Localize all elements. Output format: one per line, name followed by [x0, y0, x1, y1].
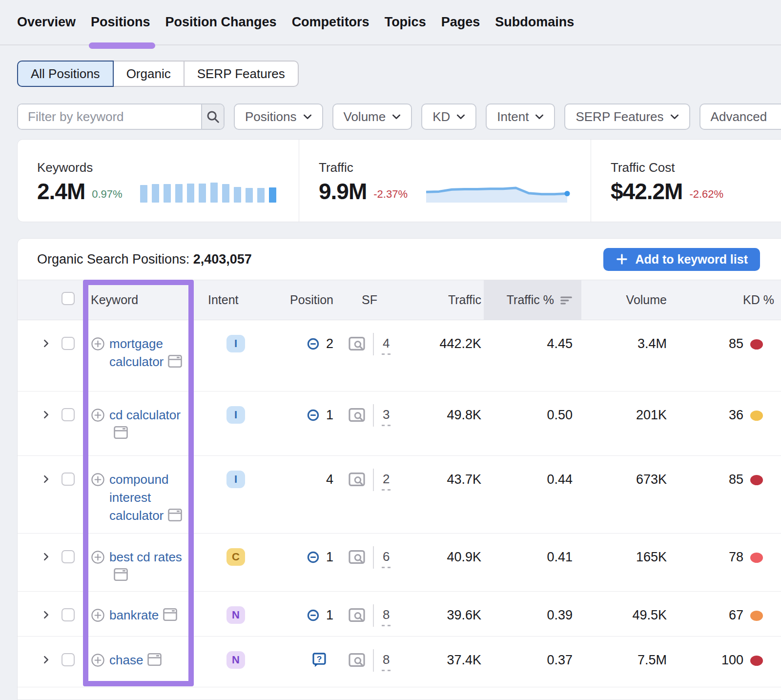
- add-to-keyword-list-button[interactable]: Add to keyword list: [603, 248, 760, 271]
- column-header-keyword[interactable]: Keyword: [83, 280, 196, 320]
- select-all-checkbox[interactable]: [62, 292, 75, 305]
- segment-organic[interactable]: Organic: [113, 61, 185, 87]
- filter-volume[interactable]: Volume: [332, 103, 412, 130]
- sparkline-bar: [246, 188, 253, 203]
- expand-row-chevron-icon[interactable]: [42, 656, 50, 664]
- kd-difficulty-dot: [750, 339, 763, 350]
- expand-row-chevron-icon[interactable]: [42, 475, 50, 483]
- kd-cell: 85: [669, 320, 781, 391]
- position-link-icon[interactable]: [307, 609, 320, 621]
- expand-row-chevron-icon[interactable]: [42, 611, 50, 619]
- serp-preview-icon[interactable]: [349, 608, 365, 622]
- add-keyword-plus-icon[interactable]: [91, 608, 105, 622]
- expand-row-chevron-icon[interactable]: [42, 411, 50, 419]
- intent-cell: I: [196, 391, 254, 456]
- column-header-sf[interactable]: SF: [337, 280, 391, 320]
- tab-competitors[interactable]: Competitors: [292, 0, 370, 45]
- row-checkbox[interactable]: [62, 408, 75, 421]
- column-header-position[interactable]: Position: [254, 280, 337, 320]
- expand-row-chevron-icon[interactable]: [42, 553, 50, 561]
- serp-snapshot-icon[interactable]: [168, 355, 182, 368]
- keyword-link[interactable]: best cd rates: [109, 550, 182, 564]
- intent-badge[interactable]: I: [226, 335, 245, 352]
- segment-serp-features[interactable]: SERP Features: [184, 61, 299, 87]
- tab-topics[interactable]: Topics: [385, 0, 426, 45]
- position-link-icon[interactable]: [307, 551, 320, 563]
- position-cell: ? 1: [254, 592, 337, 637]
- serp-preview-icon[interactable]: [349, 653, 365, 667]
- segment-all-positions[interactable]: All Positions: [17, 61, 114, 87]
- table-row: bankrate N ? 1 8 39.6K 0.39 49.5K 67: [18, 592, 781, 637]
- row-checkbox[interactable]: [62, 473, 75, 486]
- serp-preview-icon[interactable]: [349, 550, 365, 564]
- tab-pages[interactable]: Pages: [441, 0, 480, 45]
- sf-count[interactable]: 2: [382, 471, 390, 491]
- serp-features-cell: 3: [337, 391, 391, 456]
- filter-intent[interactable]: Intent: [486, 103, 555, 130]
- keyword-link[interactable]: mortgage calculator: [109, 336, 164, 369]
- row-checkbox[interactable]: [62, 653, 75, 666]
- add-keyword-plus-icon[interactable]: [91, 337, 105, 351]
- serp-snapshot-icon[interactable]: [147, 653, 162, 666]
- row-checkbox[interactable]: [62, 337, 75, 350]
- tab-positions[interactable]: Positions: [91, 0, 150, 45]
- filter-positions[interactable]: Positions: [234, 103, 323, 130]
- position-link-icon[interactable]: [307, 338, 320, 350]
- add-keyword-plus-icon[interactable]: [91, 473, 105, 487]
- sf-count[interactable]: 6: [382, 548, 390, 568]
- position-link-icon[interactable]: [307, 409, 320, 421]
- keyword-link[interactable]: chase: [109, 653, 143, 667]
- keyword-filter-input[interactable]: [18, 104, 201, 129]
- keyword-link[interactable]: cd calculator: [109, 408, 181, 422]
- filter-serp-features[interactable]: SERP Features: [564, 103, 690, 130]
- column-header-kd[interactable]: KD %: [669, 280, 781, 320]
- tab-subdomains[interactable]: Subdomains: [495, 0, 574, 45]
- position-value: 1: [326, 548, 333, 566]
- intent-badge[interactable]: I: [226, 471, 245, 488]
- filter-kd[interactable]: KD: [421, 103, 476, 130]
- expand-row-chevron-icon[interactable]: [42, 339, 50, 348]
- keyword-link[interactable]: compound interest calculator: [109, 472, 168, 523]
- intent-badge[interactable]: N: [226, 606, 245, 624]
- column-header-traffic-pct[interactable]: Traffic %: [484, 280, 581, 320]
- filter-advanced[interactable]: Advanced: [699, 103, 781, 130]
- add-keyword-plus-icon[interactable]: [91, 653, 105, 667]
- sf-count[interactable]: 8: [382, 606, 390, 626]
- expand-cell: [18, 592, 59, 637]
- serp-snapshot-icon[interactable]: [114, 426, 128, 439]
- row-checkbox[interactable]: [62, 608, 75, 621]
- tab-overview[interactable]: Overview: [17, 0, 76, 45]
- tab-position-changes[interactable]: Position Changes: [165, 0, 277, 45]
- serp-snapshot-icon[interactable]: [114, 568, 128, 581]
- serp-snapshot-icon[interactable]: [168, 509, 182, 521]
- serp-snapshot-icon[interactable]: [163, 608, 177, 621]
- traffic-pct-cell: 0.41: [484, 534, 581, 592]
- serp-preview-icon[interactable]: [349, 336, 365, 351]
- column-header-intent[interactable]: Intent: [196, 280, 254, 320]
- kd-cell: 67: [669, 592, 781, 637]
- add-keyword-plus-icon[interactable]: [91, 550, 105, 564]
- people-also-ask-icon[interactable]: ?: [311, 652, 327, 668]
- traffic-cell: 43.7K: [391, 456, 484, 534]
- sf-count[interactable]: 3: [382, 406, 390, 426]
- serp-preview-icon[interactable]: [349, 408, 365, 422]
- kd-value: 36: [729, 406, 743, 424]
- search-button[interactable]: [201, 104, 224, 129]
- row-checkbox[interactable]: [62, 550, 75, 563]
- sf-divider: [373, 469, 374, 491]
- keyword-link[interactable]: bankrate: [109, 608, 159, 622]
- add-keyword-plus-icon[interactable]: [91, 408, 105, 422]
- column-header-volume[interactable]: Volume: [581, 280, 669, 320]
- kd-difficulty-dot: [750, 611, 763, 621]
- positions-table: Keyword Intent Position SF Traffic Traff…: [18, 280, 781, 687]
- kd-difficulty-dot: [750, 656, 763, 666]
- intent-cell: N: [196, 637, 254, 687]
- column-header-traffic[interactable]: Traffic: [391, 280, 484, 320]
- intent-cell: C: [196, 534, 254, 592]
- intent-badge[interactable]: N: [226, 651, 245, 669]
- intent-badge[interactable]: I: [226, 406, 245, 424]
- serp-preview-icon[interactable]: [349, 472, 365, 487]
- sf-count[interactable]: 4: [382, 335, 390, 355]
- intent-badge[interactable]: C: [226, 548, 245, 566]
- sf-count[interactable]: 8: [382, 651, 390, 671]
